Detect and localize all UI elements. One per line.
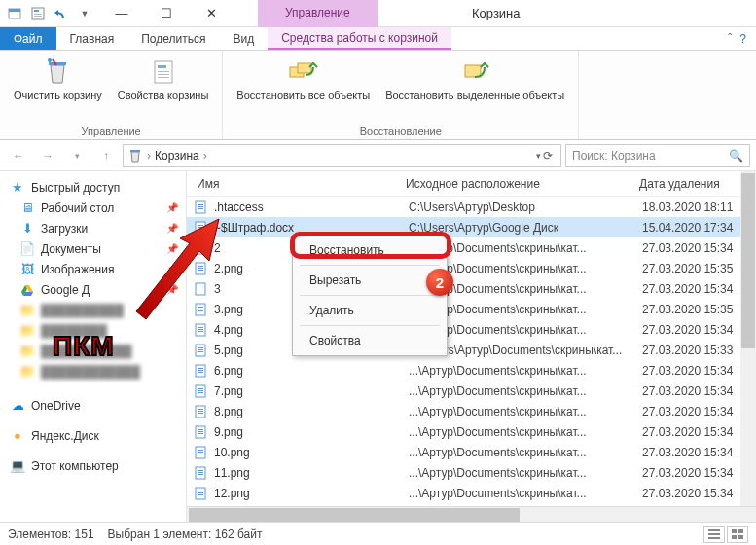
file-row[interactable]: 9.png...\Артур\Documents\скрины\кат...27… (187, 421, 756, 442)
view-icons-button[interactable] (727, 526, 748, 543)
breadcrumb-separator: › (147, 149, 151, 163)
ribbon-group-manage: Очистить корзину Свойства корзины Управл… (0, 51, 223, 139)
file-row[interactable]: 2.png...\Артур\Documents\скрины\кат...27… (187, 258, 756, 278)
ribbon-collapse-icon[interactable]: ˆ (728, 32, 732, 46)
status-selection: Выбран 1 элемент: 162 байт (108, 527, 263, 541)
sidebar-item-thispc[interactable]: 💻 Этот компьютер (0, 455, 186, 476)
file-row[interactable]: 5.pngC:\Users\Артур\Documents\скрины\кат… (187, 340, 756, 360)
svg-rect-14 (298, 63, 311, 73)
file-date: 27.03.2020 15:34 (632, 323, 756, 337)
nav-forward-button[interactable]: → (35, 143, 60, 168)
restore-selected-button[interactable]: Восстановить выделенные объекты (379, 54, 570, 124)
file-row[interactable]: ~$Штраф.docxC:\Users\Артур\Google Диск15… (187, 217, 756, 237)
properties-qat-icon[interactable] (27, 3, 49, 24)
svg-rect-28 (198, 268, 203, 269)
file-row[interactable]: 6.png...\Артур\Documents\скрины\кат...27… (187, 360, 756, 381)
file-icon (193, 424, 208, 440)
svg-rect-20 (198, 208, 203, 209)
file-location: ...\Артур\Documents\скрины\кат... (409, 487, 632, 500)
sidebar-item-folder[interactable]: 📁 ██████████ (0, 300, 186, 320)
sidebar-item-onedrive[interactable]: ☁ OneDrive (0, 395, 186, 416)
nav-recent-dropdown[interactable]: ▾ (64, 143, 90, 168)
breadcrumb-dropdown-icon[interactable]: ▾ (536, 151, 541, 161)
file-location: C:\Users\Артур\Desktop (409, 200, 632, 214)
file-row[interactable]: 7.png...\Артур\Documents\скрины\кат...27… (187, 381, 756, 401)
sidebar-item-label: ████████ (41, 324, 107, 338)
file-row[interactable]: 8.png...\Артур\Documents\скрины\кат...27… (187, 401, 756, 421)
ctx-properties[interactable]: Свойства (294, 329, 446, 352)
sidebar-item-label: Этот компьютер (31, 459, 119, 473)
nav-back-button[interactable]: ← (6, 143, 31, 168)
sidebar-item-desktop[interactable]: 🖥 Рабочий стол 📌 (0, 198, 186, 218)
col-header-location[interactable]: Исходное расположение (406, 177, 630, 191)
sidebar-item-pictures[interactable]: 🖼 Изображения 📌 (0, 259, 186, 279)
sidebar-item-documents[interactable]: 📄 Документы 📌 (0, 238, 186, 259)
breadcrumb[interactable]: › Корзина › ▾ ⟳ (123, 144, 561, 167)
file-name: 7.png (214, 384, 409, 398)
restore-all-button[interactable]: Восстановить все объекты (231, 54, 376, 124)
search-input[interactable]: Поиск: Корзина 🔍 (565, 144, 750, 167)
qat-dropdown-icon[interactable]: ▼ (74, 3, 95, 24)
sidebar-item-folder[interactable]: 📁 ████████████ (0, 361, 186, 382)
sidebar-item-folder[interactable]: 📁 ████████ (0, 320, 186, 341)
ctx-separator (300, 295, 440, 296)
maximize-button[interactable]: ☐ (144, 0, 189, 27)
svg-rect-1 (9, 9, 20, 12)
file-row[interactable]: .htaccessC:\Users\Артур\Desktop18.03.202… (187, 197, 756, 217)
svg-rect-6 (49, 62, 66, 65)
sidebar-item-folder[interactable]: 📁 ███████████ (0, 341, 186, 361)
svg-rect-41 (198, 349, 203, 350)
restore-selected-icon (459, 56, 490, 88)
col-header-date[interactable]: Дата удаления (630, 177, 756, 191)
horizontal-scrollbar[interactable] (187, 506, 756, 522)
tab-file[interactable]: Файл (0, 27, 56, 50)
recycle-properties-button[interactable]: Свойства корзины (112, 54, 215, 124)
tab-share[interactable]: Поделиться (127, 27, 219, 50)
ctx-restore[interactable]: Восстановить (294, 238, 446, 262)
breadcrumb-item[interactable]: Корзина (155, 149, 199, 163)
quick-access-header[interactable]: ★ Быстрый доступ (0, 177, 186, 198)
file-row[interactable]: 3...\Артур\Documents\скрины\кат...27.03.… (187, 278, 756, 299)
ctx-delete[interactable]: Удалить (294, 299, 446, 322)
file-name: 9.png (214, 425, 409, 439)
googledrive-icon (19, 282, 35, 298)
pin-icon: 📌 (166, 202, 178, 213)
svg-rect-11 (158, 74, 169, 75)
tab-home[interactable]: Главная (56, 27, 128, 50)
nav-up-button[interactable]: ↑ (93, 143, 119, 168)
sidebar-item-yandexdisk[interactable]: ● Яндекс.Диск (0, 425, 186, 446)
tab-view[interactable]: Вид (219, 27, 268, 50)
ctx-cut[interactable]: Вырезать (294, 269, 446, 292)
view-details-button[interactable] (703, 526, 725, 543)
svg-rect-46 (198, 372, 203, 373)
vertical-scrollbar[interactable] (740, 171, 756, 506)
col-header-name[interactable]: Имя (187, 177, 406, 191)
file-name: 12.png (214, 487, 409, 500)
file-row[interactable]: 11.png...\Артур\Documents\скрины\кат...2… (187, 462, 756, 483)
file-date: 27.03.2020 15:34 (632, 241, 756, 255)
svg-rect-44 (198, 368, 203, 369)
file-row[interactable]: 2...\Артур\Documents\скрины\кат...27.03.… (187, 237, 756, 258)
empty-recycle-button[interactable]: Очистить корзину (8, 54, 108, 124)
svg-rect-32 (198, 307, 203, 308)
file-row[interactable]: 3.png...\Артур\Documents\скрины\кат...27… (187, 299, 756, 319)
title-bar: ▼ Управление Корзина — ☐ ✕ (0, 0, 756, 27)
sidebar-item-downloads[interactable]: ⬇ Загрузки 📌 (0, 218, 186, 238)
refresh-icon[interactable]: ⟳ (543, 149, 553, 163)
ribbon-tabs: Файл Главная Поделиться Вид Средства раб… (0, 27, 756, 51)
close-button[interactable]: ✕ (189, 0, 234, 27)
file-row[interactable]: 10.png...\Артур\Documents\скрины\кат...2… (187, 442, 756, 462)
undo-qat-icon[interactable] (51, 3, 72, 24)
file-name: 6.png (214, 364, 409, 378)
help-icon[interactable]: ? (739, 32, 746, 46)
sidebar-item-googledrive[interactable]: Google Д 📌 (0, 279, 186, 300)
tab-recycle-tools[interactable]: Средства работы с корзиной (268, 27, 451, 50)
system-menu-icon[interactable] (4, 3, 25, 24)
sidebar-item-label: Загрузки (41, 222, 88, 236)
minimize-button[interactable]: — (99, 0, 144, 27)
file-row[interactable]: 4.png...\Артур\Documents\скрины\кат...27… (187, 319, 756, 340)
file-date: 27.03.2020 15:34 (632, 446, 756, 459)
file-row[interactable]: 12.png...\Артур\Documents\скрины\кат...2… (187, 483, 756, 503)
file-date: 27.03.2020 15:35 (632, 262, 756, 275)
column-headers[interactable]: Имя Исходное расположение Дата удаления (187, 171, 756, 197)
